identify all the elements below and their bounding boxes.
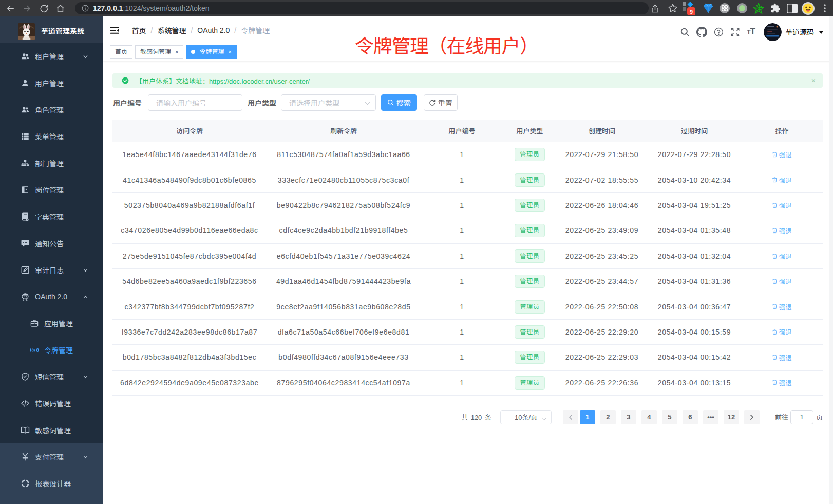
svg-text:9: 9 (690, 9, 693, 15)
